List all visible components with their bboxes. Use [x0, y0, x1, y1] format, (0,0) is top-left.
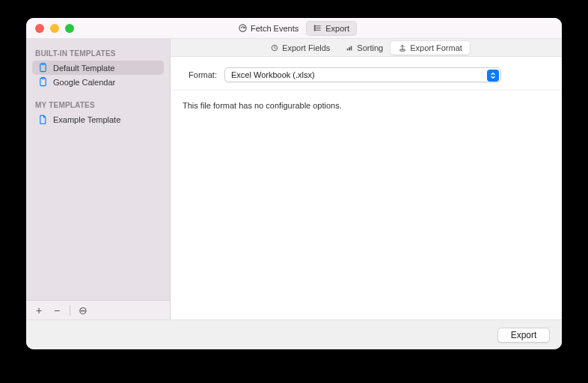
traffic-lights	[35, 24, 74, 33]
action-button[interactable]: ⊖	[76, 304, 90, 317]
sidebar: BUILT-IN TEMPLATES Default Template Goog…	[26, 39, 171, 319]
tab-label: Sorting	[357, 43, 383, 52]
format-row: Format: Excel Workbook (.xlsx)	[171, 57, 562, 90]
svg-rect-14	[350, 46, 352, 50]
svg-rect-13	[349, 47, 350, 50]
export-button[interactable]: Export	[497, 328, 550, 343]
titlebar: Fetch Events Export	[26, 18, 562, 39]
export-button-label: Export	[511, 330, 537, 340]
action-icon: ⊖	[79, 304, 88, 316]
title-segmented-control: Fetch Events Export	[231, 21, 357, 36]
tabbar: Export Fields Sorting Export Format	[171, 39, 562, 57]
tab-segmented-control: Export Fields Sorting Export Format	[263, 41, 470, 55]
sidebar-header-builtin: BUILT-IN TEMPLATES	[26, 45, 170, 61]
plus-icon: +	[36, 304, 42, 316]
svg-rect-15	[399, 49, 405, 51]
export-label: Export	[325, 24, 349, 33]
output-icon	[398, 43, 406, 52]
sidebar-item-example-template[interactable]: Example Template	[32, 112, 164, 126]
content-area: BUILT-IN TEMPLATES Default Template Goog…	[26, 39, 562, 319]
svg-point-5	[314, 28, 315, 28]
format-select[interactable]: Excel Workbook (.xlsx)	[224, 67, 501, 82]
tab-label: Export Format	[410, 43, 462, 52]
svg-point-0	[239, 25, 246, 31]
tab-export-format[interactable]: Export Format	[391, 41, 470, 55]
svg-point-4	[314, 25, 315, 26]
close-icon[interactable]	[35, 24, 44, 33]
sidebar-footer: + − ⊖	[26, 300, 170, 319]
format-label: Format:	[183, 70, 217, 79]
svg-rect-8	[42, 63, 45, 64]
tab-sorting[interactable]: Sorting	[337, 41, 391, 55]
divider	[70, 305, 70, 316]
svg-rect-12	[346, 48, 348, 50]
fetch-events-tab[interactable]: Fetch Events	[231, 21, 306, 36]
list-icon	[313, 24, 322, 32]
remove-button[interactable]: −	[50, 304, 64, 317]
fetch-events-label: Fetch Events	[251, 24, 298, 33]
svg-rect-9	[40, 78, 46, 85]
sidebar-item-default-template[interactable]: Default Template	[32, 61, 164, 75]
chevrons-icon	[487, 70, 499, 82]
export-tab[interactable]: Export	[306, 21, 357, 36]
template-icon	[38, 77, 48, 87]
sidebar-body: BUILT-IN TEMPLATES Default Template Goog…	[26, 39, 170, 300]
tab-export-fields[interactable]: Export Fields	[263, 41, 337, 55]
format-value: Excel Workbook (.xlsx)	[231, 70, 315, 79]
sidebar-header-my: MY TEMPLATES	[26, 96, 170, 112]
svg-rect-7	[40, 64, 46, 71]
add-button[interactable]: +	[32, 304, 46, 317]
format-note: This file format has no configurable opt…	[171, 90, 562, 120]
template-icon	[38, 63, 48, 73]
svg-rect-10	[42, 77, 45, 79]
clock-icon	[270, 43, 278, 52]
app-window: Fetch Events Export BUILT-IN TEMPLATES D…	[26, 18, 562, 349]
bars-icon	[345, 43, 353, 52]
document-icon	[38, 114, 48, 124]
svg-point-6	[314, 30, 315, 31]
zoom-icon[interactable]	[65, 24, 74, 33]
footer: Export	[26, 319, 562, 349]
sidebar-item-label: Google Calendar	[53, 78, 115, 87]
sidebar-item-google-calendar[interactable]: Google Calendar	[32, 75, 164, 89]
sidebar-item-label: Default Template	[53, 64, 114, 73]
minus-icon: −	[54, 304, 60, 316]
sidebar-item-label: Example Template	[53, 115, 120, 124]
tab-label: Export Fields	[282, 43, 330, 52]
fetch-icon	[239, 24, 247, 32]
minimize-icon[interactable]	[50, 24, 59, 33]
main-panel: Export Fields Sorting Export Format	[171, 39, 562, 319]
